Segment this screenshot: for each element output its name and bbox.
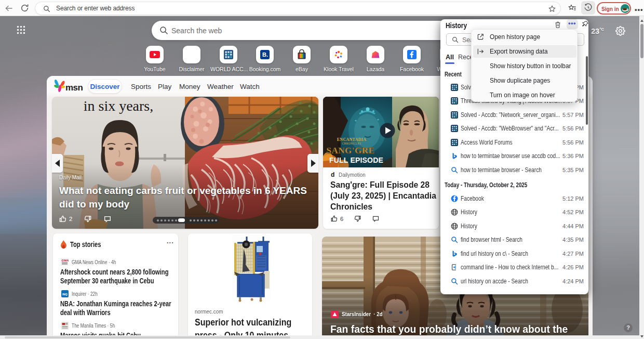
svg-text:SANG'GRE: SANG'GRE [327, 146, 375, 155]
svg-text:CHRONICLES: CHRONICLES [342, 142, 361, 145]
svg-text:ENCANTADIA: ENCANTADIA [337, 137, 367, 142]
svg-text:B.: B. [262, 51, 268, 58]
svg-text:INQ: INQ [62, 293, 68, 296]
svg-text:GMA: GMA [62, 259, 69, 262]
svg-text:FULL EPISODE: FULL EPISODE [329, 156, 383, 164]
